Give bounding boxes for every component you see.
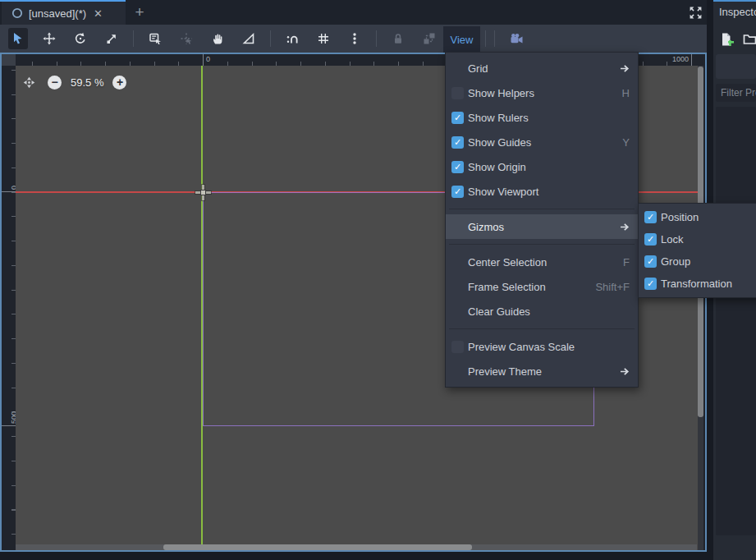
ruler-corner	[2, 54, 16, 66]
menu-item-clear-guides[interactable]: Clear Guides	[446, 299, 638, 324]
checkbox-spacer	[451, 62, 464, 75]
lock-selected-button[interactable]	[388, 28, 408, 49]
menu-item-transformation[interactable]: ✓Transformation	[639, 273, 756, 295]
select-mode-button[interactable]	[8, 28, 28, 49]
group-selected-button[interactable]	[419, 28, 439, 49]
checkbox-checked-icon: ✓	[644, 278, 657, 290]
filter-properties-input[interactable]: Filter Properties	[716, 84, 756, 102]
menu-item-show-helpers[interactable]: Show HelpersH	[446, 80, 638, 105]
menu-item-label: Position	[661, 211, 699, 223]
checkbox-checked-icon: ✓	[644, 233, 657, 246]
menu-item-label: Lock	[661, 233, 683, 246]
vertical-scrollbar[interactable]	[698, 66, 703, 550]
pan-mode-button[interactable]	[208, 28, 227, 49]
menu-item-label: Show Guides	[468, 136, 531, 149]
scene-tab[interactable]: [unsaved](*) ✕	[2, 2, 126, 25]
checkbox-unchecked-icon	[451, 341, 464, 353]
inspector-title: Inspector	[719, 6, 756, 18]
toolbar-separator	[485, 30, 486, 47]
menu-item-shortcut: Shift+F	[595, 281, 630, 293]
expand-button[interactable]	[685, 3, 706, 22]
menu-item-shortcut: Y	[622, 136, 630, 149]
menu-item-show-origin[interactable]: ✓Show Origin	[446, 154, 638, 179]
zoom-in-button[interactable]: +	[112, 76, 126, 90]
inspector-object-bar[interactable]	[716, 54, 756, 79]
menu-item-preview-theme[interactable]: Preview Theme	[446, 359, 638, 383]
center-view-icon[interactable]	[22, 76, 36, 90]
menu-item-label: Show Rulers	[468, 112, 529, 124]
checkbox-spacer	[451, 365, 464, 378]
menu-item-grid[interactable]: Grid	[446, 56, 638, 80]
menu-item-position[interactable]: ✓Position	[639, 206, 756, 228]
checkbox-spacer	[451, 281, 464, 293]
menu-item-label: Grid	[468, 62, 488, 75]
checkbox-spacer	[451, 305, 464, 318]
zoom-out-button[interactable]: −	[48, 76, 62, 90]
list-select-icon	[149, 32, 162, 45]
checkbox-checked-icon: ✓	[644, 211, 657, 223]
checkbox-checked-icon: ✓	[451, 112, 464, 124]
scene-tab-bar: [unsaved](*) ✕ +	[0, 0, 707, 25]
view-menu-button[interactable]: View	[443, 26, 480, 53]
menu-item-center-selection[interactable]: Center SelectionF	[446, 250, 638, 274]
checkbox-checked-icon: ✓	[644, 255, 657, 268]
zoom-percentage[interactable]: 59.5 %	[71, 76, 103, 89]
move-icon	[43, 32, 56, 45]
close-icon[interactable]: ✕	[94, 8, 103, 19]
list-select-button[interactable]	[145, 28, 165, 49]
vertical-ellipsis-icon	[348, 32, 361, 45]
smart-snap-button[interactable]	[282, 28, 302, 49]
toolbar-separator	[376, 30, 377, 47]
menu-separator	[446, 204, 638, 214]
menu-item-shortcut: F	[623, 256, 630, 269]
new-scene-tab-button[interactable]: +	[130, 2, 149, 22]
menu-item-group[interactable]: ✓Group	[639, 250, 756, 273]
vertical-ruler[interactable]: 0500	[2, 66, 16, 550]
menu-item-label: Transformation	[661, 278, 732, 290]
load-resource-icon[interactable]	[743, 32, 756, 47]
menu-item-label: Show Viewport	[468, 186, 538, 198]
grid-snap-icon	[317, 32, 330, 45]
grid-snap-button[interactable]	[314, 28, 333, 49]
menu-item-show-guides[interactable]: ✓Show GuidesY	[446, 130, 638, 154]
ruler-major-tick	[2, 191, 16, 192]
ruler-mode-button[interactable]	[239, 28, 259, 49]
move-mode-button[interactable]	[39, 28, 59, 49]
checkbox-checked-icon: ✓	[451, 186, 464, 198]
lock-icon	[392, 32, 405, 45]
menu-item-lock[interactable]: ✓Lock	[639, 228, 756, 250]
movie-camera-icon	[510, 32, 524, 45]
menu-item-show-rulers[interactable]: ✓Show Rulers	[446, 105, 638, 130]
new-resource-icon[interactable]	[719, 32, 734, 47]
checkbox-checked-icon: ✓	[451, 161, 464, 173]
menu-item-show-viewport[interactable]: ✓Show Viewport	[446, 179, 638, 204]
inspector-properties-area	[716, 107, 756, 535]
horizontal-scrollbar-thumb[interactable]	[163, 544, 472, 550]
group-icon	[423, 32, 436, 45]
origin-position-gizmo[interactable]	[195, 185, 211, 200]
menu-separator	[446, 239, 638, 250]
override-camera-button[interactable]	[506, 28, 526, 49]
snap-options-button[interactable]	[345, 28, 364, 49]
menu-item-frame-selection[interactable]: Frame SelectionShift+F	[446, 274, 638, 299]
rotate-mode-button[interactable]	[71, 28, 90, 49]
checkbox-unchecked-icon	[451, 87, 464, 99]
rotate-icon	[74, 32, 87, 45]
menu-item-label: Group	[661, 255, 690, 268]
ruler-label: 1000	[672, 56, 689, 63]
expand-icon	[689, 6, 703, 20]
menu-item-preview-canvas-scale[interactable]: Preview Canvas Scale	[446, 334, 638, 359]
canvas-toolbar	[0, 25, 707, 53]
horizontal-scrollbar[interactable]	[16, 544, 697, 550]
pivot-edit-button[interactable]	[176, 28, 196, 49]
dock-accent-line	[713, 0, 756, 2]
menu-item-label: Gizmos	[468, 221, 504, 233]
menu-item-gizmos[interactable]: Gizmos	[446, 214, 638, 239]
menu-item-label: Show Origin	[468, 161, 526, 173]
checkbox-checked-icon: ✓	[451, 136, 464, 149]
scene-tab-label: [unsaved](*)	[29, 7, 86, 20]
scale-mode-button[interactable]	[102, 28, 121, 49]
checkbox-spacer	[451, 221, 464, 233]
menu-item-label: Preview Theme	[468, 365, 542, 378]
toolbar-separator	[133, 30, 134, 47]
